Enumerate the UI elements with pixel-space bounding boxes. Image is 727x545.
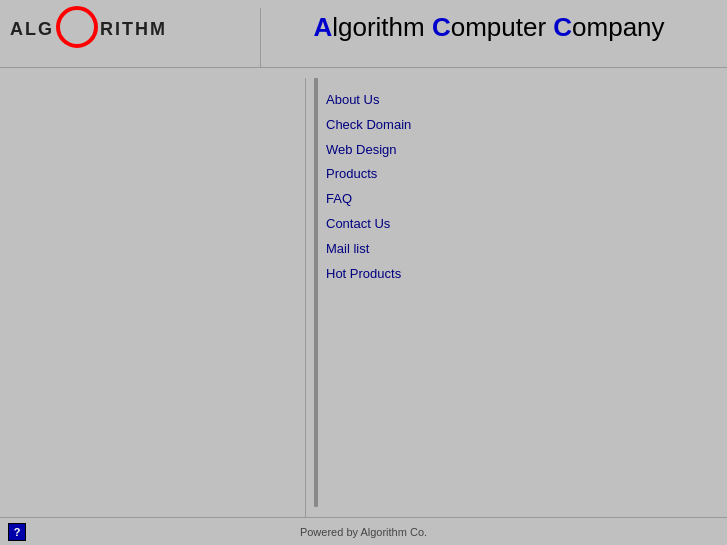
- list-item: About Us: [326, 88, 727, 113]
- list-item: Products: [326, 162, 727, 187]
- nav-left-bar: [314, 78, 318, 507]
- nav-check-domain[interactable]: Check Domain: [326, 117, 411, 132]
- left-panel: [0, 68, 305, 517]
- title-a: A: [313, 12, 332, 42]
- list-item: Check Domain: [326, 113, 727, 138]
- footer-text: Powered by Algorithm Co.: [300, 526, 427, 538]
- title-ompany: ompany: [572, 12, 665, 42]
- nav-panel: About Us Check Domain Web Design Product…: [306, 68, 727, 517]
- header: ALG RITHM Algorithm Computer Company: [0, 0, 727, 68]
- title-c1: C: [432, 12, 451, 42]
- list-item: Hot Products: [326, 262, 727, 287]
- nav-list: About Us Check Domain Web Design Product…: [306, 78, 727, 286]
- logo-circle: [56, 6, 98, 48]
- nav-mail-list[interactable]: Mail list: [326, 241, 369, 256]
- nav-hot-products[interactable]: Hot Products: [326, 266, 401, 281]
- nav-contact-us[interactable]: Contact Us: [326, 216, 390, 231]
- help-icon[interactable]: ?: [8, 523, 26, 541]
- logo-rithm-text: RITHM: [100, 19, 167, 40]
- footer: Powered by Algorithm Co.: [0, 517, 727, 545]
- nav-faq[interactable]: FAQ: [326, 191, 352, 206]
- title-omputer: omputer: [451, 12, 554, 42]
- header-title: Algorithm Computer Company: [271, 8, 707, 43]
- nav-web-design[interactable]: Web Design: [326, 142, 397, 157]
- logo-area: ALG RITHM: [10, 8, 250, 50]
- header-vertical-divider: [260, 8, 261, 68]
- list-item: FAQ: [326, 187, 727, 212]
- main-layout: About Us Check Domain Web Design Product…: [0, 68, 727, 517]
- list-item: Contact Us: [326, 212, 727, 237]
- logo-alg-text: ALG: [10, 19, 54, 40]
- nav-products[interactable]: Products: [326, 166, 377, 181]
- list-item: Web Design: [326, 138, 727, 163]
- nav-about-us[interactable]: About Us: [326, 92, 379, 107]
- title-c2: C: [553, 12, 572, 42]
- title-lgorithm: lgorithm: [332, 12, 432, 42]
- list-item: Mail list: [326, 237, 727, 262]
